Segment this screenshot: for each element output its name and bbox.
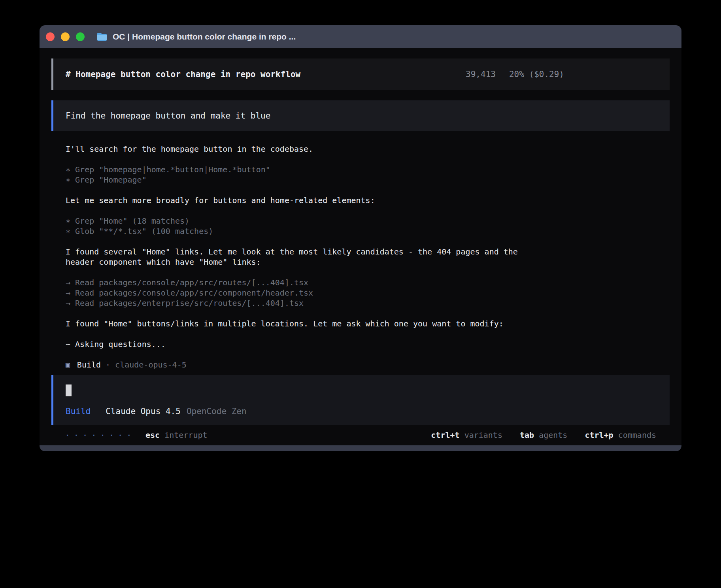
tool-call-group: ∗ Grep "homepage|home.*button|Home.*butt… [66,164,670,185]
tool-call-line: → Read packages/enterprise/src/routes/[.… [66,298,670,308]
tool-call-line: ∗ Grep "Homepage" [66,175,670,185]
tool-call-line: → Read packages/console/app/src/routes/[… [66,277,670,288]
tool-call-line: ∗ Glob "**/*.tsx" (100 matches) [66,226,670,236]
shortcut-label: variants [464,430,502,440]
status-separator: · [106,360,110,370]
input-meta-row: Build Claude Opus 4.5 OpenCode Zen [66,407,657,416]
working-spinner-icon: ········ [65,430,135,440]
tool-call-line: → Read packages/console/app/src/componen… [66,288,670,298]
agent-name: Build [77,360,101,370]
user-message: Find the homepage button and make it blu… [51,100,670,131]
shortcut-key: ctrl+t [431,430,459,440]
window-title: OC | Homepage button color change in rep… [113,32,296,41]
text-cursor [66,384,72,396]
shortcut-key: esc [145,430,160,440]
status-bar: ········ esc interrupt ctrl+t variants t… [51,425,670,445]
bottom-stack: Build Claude Opus 4.5 OpenCode Zen ·····… [51,375,670,445]
shortcut-label: agents [539,430,567,440]
session-title: # Homepage button color change in repo w… [66,70,300,79]
tool-call-line: ∗ Grep "homepage|home.*button|Home.*butt… [66,164,670,175]
terminal-content: # Homepage button color change in repo w… [40,48,681,445]
window-title-group: OC | Homepage button color change in rep… [96,32,296,41]
traffic-lights [46,32,85,41]
prompt-input[interactable]: Build Claude Opus 4.5 OpenCode Zen [51,375,670,425]
session-stats: 39,413 20% ($0.29) [466,70,564,79]
title-bar: OC | Homepage button color change in rep… [40,25,681,48]
model-name: Claude Opus 4.5 [106,407,181,416]
shortcut-label: interrupt [164,430,207,440]
shortcut-key: tab [520,430,534,440]
close-button[interactable] [46,32,55,41]
assistant-message: I'll search for the homepage button in t… [66,144,540,154]
status-bar-right: ctrl+t variants tab agents ctrl+p comman… [431,430,656,440]
tool-call-group: ∗ Grep "Home" (18 matches) ∗ Glob "**/*.… [66,216,670,236]
folder-icon [96,32,108,41]
context-cost: 20% ($0.29) [509,70,564,79]
window-bottom-frame [40,445,681,451]
minimize-button[interactable] [61,32,70,41]
terminal-window: OC | Homepage button color change in rep… [40,25,681,451]
assistant-transcript: I'll search for the homepage button in t… [51,144,670,370]
mode-badge[interactable]: Build [66,407,91,416]
shortcut-agents: tab agents [520,430,567,440]
user-message-text: Find the homepage button and make it blu… [66,111,270,121]
shortcut-commands: ctrl+p commands [585,430,656,440]
agent-status-row: ▣ Build · claude-opus-4-5 [66,360,670,370]
token-count: 39,413 [466,70,496,79]
session-header: # Homepage button color change in repo w… [51,58,670,90]
agent-model: claude-opus-4-5 [115,360,187,370]
shortcut-interrupt: esc interrupt [145,430,208,440]
shortcut-key: ctrl+p [585,430,613,440]
shortcut-label: commands [618,430,656,440]
assistant-message: I found several "Home" links. Let me loo… [66,247,540,267]
assistant-message: I found "Home" buttons/links in multiple… [66,318,540,329]
provider-name: OpenCode Zen [187,407,247,416]
tool-call-group: → Read packages/console/app/src/routes/[… [66,277,670,308]
zoom-button[interactable] [76,32,85,41]
shortcut-variants: ctrl+t variants [431,430,502,440]
tool-call-line: ∗ Grep "Home" (18 matches) [66,216,670,226]
agent-square-icon: ▣ [66,360,70,370]
assistant-message: Let me search more broadly for buttons a… [66,195,540,205]
assistant-status-message: ~ Asking questions... [66,339,540,349]
